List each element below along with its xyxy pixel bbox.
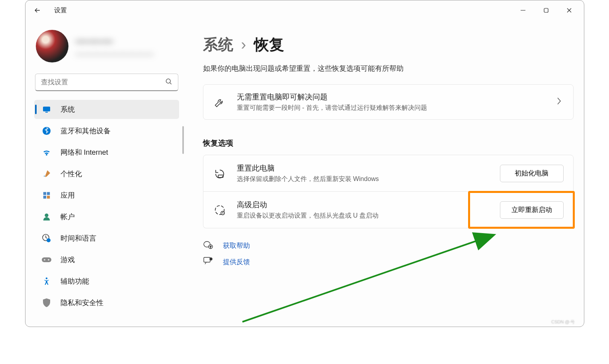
recovery-option-reset: 重置此电脑 选择保留或删除个人文件，然后重新安装 Windows 初始化电脑 [203, 155, 574, 192]
svg-point-23 [210, 258, 212, 260]
reset-icon [213, 167, 226, 180]
sidebar-item-label: 个性化 [61, 169, 174, 179]
breadcrumb: 系统 › 恢复 [203, 35, 574, 55]
sidebar-item-bluetooth[interactable]: 蓝牙和其他设备 [34, 121, 179, 140]
sidebar-item-accounts[interactable]: 帐户 [34, 207, 179, 226]
paintbrush-icon [41, 169, 52, 179]
minimize-button[interactable] [511, 2, 535, 19]
page-subtitle: 如果你的电脑出现问题或希望重置，这些恢复选项可能有所帮助 [203, 64, 574, 73]
search-wrap [35, 74, 178, 91]
svg-point-1 [166, 79, 170, 83]
nav: 系统 蓝牙和其他设备 网络和 Internet [34, 100, 179, 312]
sidebar-item-network[interactable]: 网络和 Internet [34, 143, 179, 162]
option-title: 重置此电脑 [237, 163, 490, 173]
svg-rect-3 [45, 112, 48, 113]
recovery-section-title: 恢复选项 [203, 138, 574, 148]
svg-rect-22 [204, 257, 210, 262]
svg-rect-6 [47, 192, 49, 195]
card-desc: 重置可能需要一段时间 - 首先，请尝试通过运行疑难解答来解决问题 [237, 104, 544, 112]
svg-point-13 [44, 259, 45, 261]
chevron-right-icon [554, 97, 564, 107]
svg-rect-2 [43, 107, 50, 111]
svg-point-15 [45, 277, 47, 279]
svg-rect-7 [43, 196, 46, 199]
sidebar-scrollbar[interactable] [182, 126, 184, 154]
sidebar-item-label: 网络和 Internet [61, 148, 174, 157]
help-icon: ? [203, 240, 213, 251]
get-help-link[interactable]: 获取帮助 [223, 241, 250, 250]
option-desc: 选择保留或删除个人文件，然后重新安装 Windows [237, 175, 490, 183]
option-title: 高级启动 [237, 200, 490, 210]
wrench-icon [213, 95, 226, 109]
card-title: 无需重置电脑即可解决问题 [237, 92, 544, 102]
watermark: CSDN @·号 [551, 319, 575, 325]
give-feedback-link[interactable]: 提供反馈 [223, 257, 250, 267]
bluetooth-icon [41, 126, 52, 136]
svg-point-9 [45, 214, 48, 217]
sidebar-item-label: 系统 [61, 105, 174, 114]
recovery-options: 重置此电脑 选择保留或删除个人文件，然后重新安装 Windows 初始化电脑 高… [203, 155, 574, 228]
svg-point-11 [47, 238, 51, 242]
feedback-icon [203, 257, 213, 267]
gamepad-icon [41, 255, 52, 265]
back-button[interactable] [29, 2, 46, 19]
sidebar: ——— ————————— 系统 [25, 20, 185, 327]
close-button[interactable] [558, 2, 581, 19]
reset-pc-button[interactable]: 初始化电脑 [500, 165, 564, 182]
search-input[interactable] [35, 74, 178, 91]
troubleshoot-card[interactable]: 无需重置电脑即可解决问题 重置可能需要一段时间 - 首先，请尝试通过运行疑难解答… [203, 84, 574, 120]
sidebar-item-label: 蓝牙和其他设备 [61, 126, 174, 136]
shield-icon [41, 298, 52, 308]
sidebar-item-label: 游戏 [61, 255, 174, 265]
person-icon [41, 212, 52, 222]
page-title: 恢复 [254, 35, 284, 55]
sidebar-item-accessibility[interactable]: 辅助功能 [34, 272, 179, 291]
svg-text:?: ? [209, 245, 211, 249]
search-icon [165, 78, 173, 87]
apps-icon [41, 190, 52, 200]
wifi-icon [41, 147, 52, 158]
sidebar-item-label: 辅助功能 [61, 276, 174, 286]
titlebar: 设置 [25, 0, 584, 20]
svg-point-14 [48, 259, 49, 261]
startup-icon [213, 203, 226, 217]
profile-text: ——— ————————— [76, 34, 154, 58]
svg-rect-8 [47, 196, 49, 199]
sidebar-item-label: 时间和语言 [61, 234, 174, 243]
clock-globe-icon [41, 233, 52, 243]
feedback-link-row: 提供反馈 [203, 257, 574, 267]
app-title: 设置 [54, 6, 67, 15]
sidebar-item-apps[interactable]: 应用 [34, 186, 179, 205]
option-desc: 重启设备以更改启动设置，包括从光盘或 U 盘启动 [237, 212, 490, 220]
recovery-option-advanced: 高级启动 重启设备以更改启动设置，包括从光盘或 U 盘启动 立即重新启动 [203, 192, 574, 228]
maximize-button[interactable] [535, 2, 558, 19]
svg-rect-5 [43, 192, 46, 195]
avatar [36, 30, 68, 62]
sidebar-item-label: 隐私和安全性 [61, 298, 174, 308]
main-content: 系统 › 恢复 如果你的电脑出现问题或希望重置，这些恢复选项可能有所帮助 无需重… [185, 20, 584, 327]
sidebar-item-label: 帐户 [61, 212, 174, 222]
help-link-row: ? 获取帮助 [203, 240, 574, 251]
breadcrumb-root[interactable]: 系统 [203, 35, 233, 55]
sidebar-item-privacy[interactable]: 隐私和安全性 [34, 293, 179, 312]
sidebar-item-gaming[interactable]: 游戏 [34, 250, 179, 269]
svg-rect-12 [42, 257, 51, 262]
sidebar-item-personalize[interactable]: 个性化 [34, 164, 179, 183]
profile-block[interactable]: ——— ————————— [34, 24, 179, 66]
sidebar-item-label: 应用 [61, 191, 174, 200]
chevron-right-icon: › [241, 36, 246, 53]
sidebar-item-timelang[interactable]: 时间和语言 [34, 229, 179, 248]
svg-rect-0 [544, 8, 548, 12]
settings-window: 设置 ——— ————————— [25, 0, 584, 327]
accessibility-icon [41, 276, 52, 286]
restart-now-button[interactable]: 立即重新启动 [500, 201, 564, 219]
monitor-icon [41, 104, 52, 115]
sidebar-item-system[interactable]: 系统 [34, 100, 179, 119]
